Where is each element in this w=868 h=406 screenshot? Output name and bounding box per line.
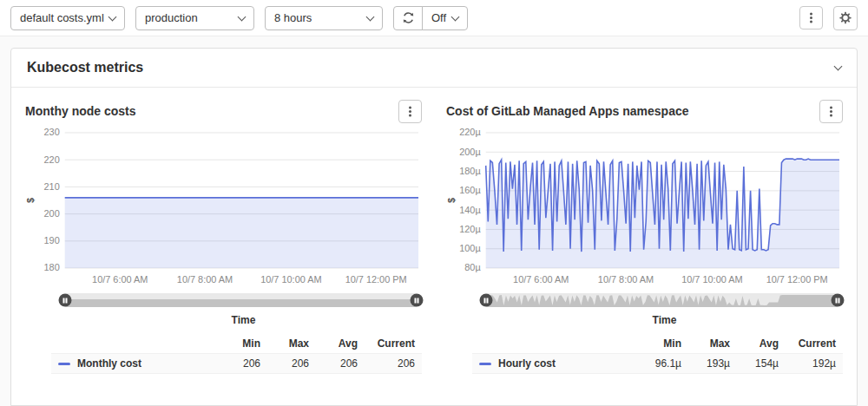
series-name: Monthly cost xyxy=(77,357,141,370)
svg-text:220µ: 220µ xyxy=(459,127,481,137)
gear-icon xyxy=(839,10,852,25)
kebab-menu-icon xyxy=(810,16,812,19)
brush-sparkline xyxy=(65,293,417,307)
legend-header-max: Max xyxy=(260,337,309,350)
legend-header-current: Current xyxy=(358,337,415,350)
svg-text:10/7 8:00 AM: 10/7 8:00 AM xyxy=(177,274,233,285)
svg-text:180: 180 xyxy=(44,262,60,272)
svg-text:10/7 8:00 AM: 10/7 8:00 AM xyxy=(598,274,654,285)
svg-text:10/7 10:00 AM: 10/7 10:00 AM xyxy=(681,274,742,285)
series-avg: 206 xyxy=(309,357,358,370)
legend-row[interactable]: Monthly cost 206 206 206 206 xyxy=(51,353,422,374)
chart-title: Monthy node costs xyxy=(25,104,136,118)
dashboard-select-value: default costs.yml xyxy=(20,11,104,24)
series-current: 206 xyxy=(358,357,415,370)
series-name: Hourly cost xyxy=(498,357,556,370)
chevron-down-icon xyxy=(451,12,460,21)
environment-select-value: production xyxy=(145,11,198,24)
chart-monthly-node-costs: Monthy node costs 23022021020019018010/7… xyxy=(25,93,422,374)
brush-left-handle[interactable] xyxy=(480,294,493,307)
series-avg: 154µ xyxy=(730,357,779,370)
auto-refresh-select[interactable]: Off xyxy=(422,6,468,30)
svg-text:100µ: 100µ xyxy=(459,243,481,253)
svg-text:200µ: 200µ xyxy=(459,147,481,157)
kubecost-metrics-panel: Kubecost metrics Monthy node costs 23022… xyxy=(10,48,858,406)
svg-text:10/7 6:00 AM: 10/7 6:00 AM xyxy=(513,274,569,285)
chart-actions-menu-button[interactable] xyxy=(819,100,843,123)
toolbar: default costs.yml production 8 hours Off xyxy=(0,0,868,36)
environment-select[interactable]: production xyxy=(135,6,254,30)
legend-header-row: Min Max Avg Current xyxy=(51,334,422,353)
series-marker xyxy=(58,363,70,365)
panel-title: Kubecost metrics xyxy=(27,60,143,75)
series-max: 206 xyxy=(260,357,309,370)
chart-gitlab-managed-apps-cost: Cost of GitLab Managed Apps namespace 22… xyxy=(446,93,843,374)
legend-row[interactable]: Hourly cost 96.1µ 193µ 154µ 192µ xyxy=(472,353,843,374)
panel-body: Monthy node costs 23022021020019018010/7… xyxy=(11,88,857,374)
chevron-down-icon xyxy=(238,12,247,21)
legend-header-avg: Avg xyxy=(730,337,779,350)
brush-right-handle[interactable] xyxy=(411,294,424,307)
svg-text:$: $ xyxy=(446,198,457,203)
collapse-chevron-icon[interactable] xyxy=(834,62,843,71)
legend-header-max: Max xyxy=(681,337,730,350)
time-range-select[interactable]: 8 hours xyxy=(265,6,383,30)
area-chart-canvas[interactable]: 220µ200µ180µ160µ140µ120µ100µ80µ10/7 6:00… xyxy=(446,124,843,291)
chart-legend: Min Max Avg Current Monthly cost 206 206… xyxy=(51,334,422,374)
chart-actions-menu-button[interactable] xyxy=(398,100,422,123)
brush-sparkline xyxy=(486,293,838,307)
panel-header[interactable]: Kubecost metrics xyxy=(11,49,857,88)
legend-header-avg: Avg xyxy=(309,337,358,350)
dashboard-select[interactable]: default costs.yml xyxy=(10,6,125,30)
series-current: 192µ xyxy=(779,357,836,370)
svg-text:10/7 6:00 AM: 10/7 6:00 AM xyxy=(92,274,148,285)
svg-text:80µ: 80µ xyxy=(464,262,481,272)
kebab-menu-icon xyxy=(409,110,411,113)
svg-text:160µ: 160µ xyxy=(459,185,481,195)
svg-text:180µ: 180µ xyxy=(459,166,481,176)
series-max: 193µ xyxy=(681,357,730,370)
time-brush[interactable] xyxy=(65,293,417,307)
settings-button[interactable] xyxy=(833,6,858,30)
svg-text:200: 200 xyxy=(44,208,60,219)
legend-header-min: Min xyxy=(633,337,681,350)
legend-header-current: Current xyxy=(779,337,836,350)
chart-legend: Min Max Avg Current Hourly cost 96.1µ 19… xyxy=(472,334,843,374)
time-brush[interactable] xyxy=(486,293,838,307)
x-axis-label: Time xyxy=(65,314,422,326)
refresh-button[interactable] xyxy=(393,6,423,30)
series-marker xyxy=(479,363,491,365)
svg-text:210: 210 xyxy=(44,181,60,192)
legend-header-min: Min xyxy=(212,337,260,350)
auto-refresh-value: Off xyxy=(431,11,446,24)
kebab-menu-icon xyxy=(830,110,832,113)
brush-right-handle[interactable] xyxy=(832,294,845,307)
svg-text:220: 220 xyxy=(44,154,60,165)
brush-track[interactable] xyxy=(486,293,838,307)
dashboard-page: Kubecost metrics Monthy node costs 23022… xyxy=(0,36,868,406)
time-range-select-value: 8 hours xyxy=(274,11,312,24)
refresh-icon xyxy=(402,11,415,24)
x-axis-label: Time xyxy=(486,314,843,326)
svg-text:10/7 12:00 PM: 10/7 12:00 PM xyxy=(345,274,407,285)
svg-text:140µ: 140µ xyxy=(459,205,481,215)
dashboard-actions-menu-button[interactable] xyxy=(799,6,823,29)
svg-text:190: 190 xyxy=(44,235,60,246)
brush-left-handle[interactable] xyxy=(59,294,72,307)
area-chart-canvas[interactable]: 23022021020019018010/7 6:00 AM10/7 8:00 … xyxy=(25,124,422,291)
svg-text:10/7 12:00 PM: 10/7 12:00 PM xyxy=(766,274,828,285)
legend-header-row: Min Max Avg Current xyxy=(472,334,843,353)
svg-text:$: $ xyxy=(25,198,36,203)
chevron-down-icon xyxy=(366,12,375,21)
svg-text:10/7 10:00 AM: 10/7 10:00 AM xyxy=(260,274,321,285)
svg-text:230: 230 xyxy=(44,127,60,137)
brush-track[interactable] xyxy=(65,293,417,307)
chevron-down-icon xyxy=(108,12,117,21)
chart-title: Cost of GitLab Managed Apps namespace xyxy=(446,104,689,118)
refresh-button-group: Off xyxy=(393,6,468,30)
series-min: 206 xyxy=(212,357,260,370)
series-min: 96.1µ xyxy=(633,357,681,370)
svg-text:120µ: 120µ xyxy=(459,224,481,234)
